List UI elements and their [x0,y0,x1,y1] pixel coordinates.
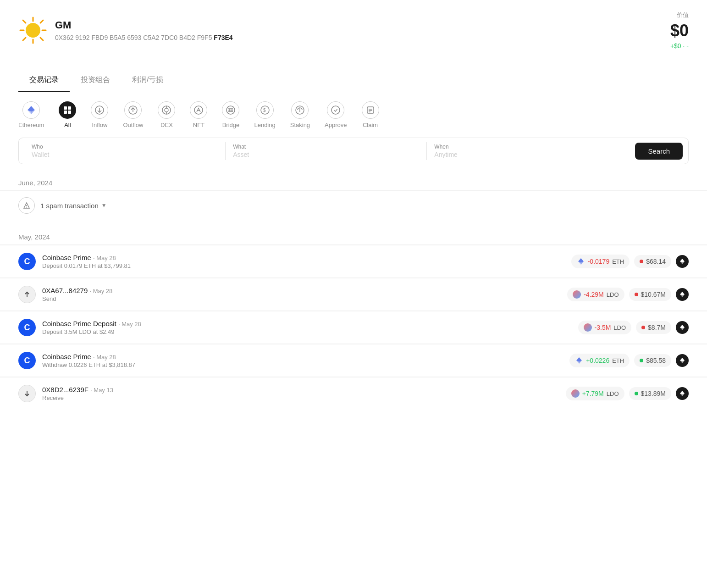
tx-eth-icon-5[interactable] [676,387,689,400]
staking-icon [291,101,309,119]
header-left: GM 0X362 9192 FBD9 B5A5 6593 C5A2 7DC0 B… [18,16,233,45]
tx-eth-icon-3[interactable] [676,321,689,334]
red-dot-3 [641,326,645,329]
svg-point-20 [165,108,168,112]
svg-point-23 [194,106,203,114]
category-outflow-label: Outflow [123,122,143,128]
value-change: +$0 · - [670,42,689,50]
main-tabs: 交易记录 投资组合 利润/亏损 [0,70,707,92]
svg-rect-13 [64,106,67,110]
svg-rect-16 [68,111,71,114]
spam-row: 1 spam transaction ▼ [0,191,707,220]
red-dot-1 [640,260,643,263]
green-dot-4 [640,359,643,362]
category-bar: Ethereum All Inflow [0,92,707,138]
tx-amount-pill-2: -4.29M LDO [567,288,624,301]
search-bar: Who Wallet What Asset When Anytime Searc… [18,138,689,164]
receive-avatar-5 [18,385,36,402]
category-outflow[interactable]: Outflow [123,101,143,128]
tx-info-1: Coinbase Prime · May 28 Deposit 0.0179 E… [42,254,565,269]
category-ethereum[interactable]: Ethereum [18,101,44,128]
tx-usd-pill-1: $68.14 [634,255,671,268]
anytime-input[interactable]: Anytime [434,151,620,158]
bridge-icon [222,101,239,119]
portfolio-value: $0 [670,21,689,40]
what-label: What [233,144,419,150]
tx-info-4: Coinbase Prime · May 28 Withdraw 0.0226 … [42,353,563,368]
header-right: 价值 $0 +$0 · - [670,11,689,50]
category-bridge[interactable]: Bridge [222,101,239,128]
tx-info-5: 0X8D2...6239F · May 13 Receive [42,386,559,401]
section-june-2024: June, 2024 [0,173,707,190]
tx-usd-pill-2: $10.67M [629,288,671,301]
claim-icon [362,101,379,119]
coinbase-avatar-3: C [18,319,36,336]
tx-amount-pill-5: +7.79M LDO [566,387,624,400]
svg-line-7 [40,20,43,23]
category-inflow[interactable]: Inflow [91,101,108,128]
svg-rect-14 [68,106,71,110]
table-row: C Coinbase Prime · May 28 Withdraw 0.022… [0,344,707,377]
tx-right-2: -4.29M LDO $10.67M [567,288,689,301]
coinbase-avatar-1: C [18,253,36,270]
green-dot-5 [635,392,638,395]
wallet-input[interactable]: Wallet [32,151,218,158]
tx-info-3: Coinbase Prime Deposit · May 28 Deposit … [42,320,572,335]
spam-text[interactable]: 1 spam transaction ▼ [40,202,107,210]
table-row: 0XA67...84279 · May 28 Send -4.29M LDO $… [0,278,707,311]
category-approve[interactable]: Approve [325,101,347,128]
category-staking[interactable]: Staking [290,101,310,128]
tab-pnl[interactable]: 利润/亏损 [121,70,174,92]
red-dot-2 [635,293,638,296]
wallet-address: 0X362 9192 FBD9 B5A5 6593 C5A2 7DC0 B4D2… [55,34,233,41]
nft-icon [190,101,207,119]
asset-input[interactable]: Asset [233,151,419,158]
header: GM 0X362 9192 FBD9 B5A5 6593 C5A2 7DC0 B… [0,0,707,59]
section-may-2024: May, 2024 [0,227,707,244]
when-label: When [434,144,620,150]
category-claim-label: Claim [363,122,378,128]
svg-text:$: $ [263,108,266,113]
search-button[interactable]: Search [635,143,683,160]
tx-amount-pill-3: -3.5M LDO [578,321,632,334]
tx-right-1: -0.0179 ETH $68.14 [571,255,689,268]
tx-right-4: +0.0226 ETH $85.58 [569,354,689,367]
coinbase-avatar-4: C [18,352,36,369]
who-label: Who [32,144,218,150]
category-inflow-label: Inflow [92,122,107,128]
tab-transactions[interactable]: 交易记录 [18,70,70,92]
wallet-name: GM [55,19,233,31]
tx-right-3: -3.5M LDO $8.7M [578,321,689,334]
category-claim[interactable]: Claim [362,101,379,128]
category-dex[interactable]: DEX [158,101,175,128]
sun-icon [18,16,48,45]
inflow-icon [91,101,108,119]
table-row: 0X8D2...6239F · May 13 Receive +7.79M LD… [0,377,707,410]
tx-eth-icon-1[interactable] [676,255,689,268]
tx-eth-icon-4[interactable] [676,354,689,367]
category-ethereum-label: Ethereum [18,122,44,128]
category-dex-label: DEX [160,122,173,128]
ethereum-icon [22,101,40,119]
svg-point-9 [27,24,39,37]
category-approve-label: Approve [325,122,347,128]
category-all[interactable]: All [59,101,76,128]
svg-point-35 [331,106,340,114]
category-staking-label: Staking [290,122,310,128]
spam-chevron: ▼ [101,202,107,209]
svg-line-5 [23,20,26,23]
lending-icon: $ [256,101,274,119]
category-nft[interactable]: NFT [190,101,207,128]
tx-eth-icon-2[interactable] [676,288,689,301]
category-lending[interactable]: $ Lending [254,101,275,128]
category-all-label: All [64,122,71,128]
tab-portfolio[interactable]: 投资组合 [70,70,121,92]
all-icon [59,101,76,119]
table-row: C Coinbase Prime · May 28 Deposit 0.0179… [0,245,707,277]
svg-line-8 [23,38,26,40]
search-fields: Who Wallet What Asset When Anytime [24,142,628,160]
dex-icon [158,101,175,119]
tx-usd-pill-5: $13.89M [629,387,671,400]
tx-info-2: 0XA67...84279 · May 28 Send [42,287,561,302]
outflow-icon [124,101,142,119]
